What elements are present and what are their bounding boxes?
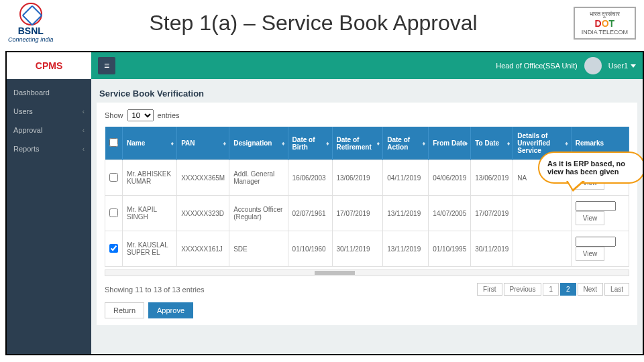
- service-book-table: ▲ Name♦ PAN♦ Designation♦ Date of Birth♦…: [105, 127, 629, 267]
- dot-bottom-text: INDIA TELECOM: [582, 29, 628, 36]
- cell-unverified: [513, 231, 571, 267]
- remarks-input[interactable]: [576, 237, 616, 247]
- col-name[interactable]: Name♦: [123, 127, 177, 160]
- topbar-right: Head of Office(SSA Unit) User1: [496, 57, 636, 74]
- cell-from: 01/10/1995: [429, 231, 471, 267]
- table-row: Mr. KAPIL SINGHXXXXXX323DAccounts Office…: [105, 196, 629, 231]
- sidebar-item-label: Dashboard: [13, 88, 50, 97]
- cell-pan: XXXXXX323D: [177, 196, 229, 231]
- sort-icon: ♦: [507, 140, 511, 147]
- show-prefix: Show: [105, 111, 123, 119]
- approve-button[interactable]: Approve: [148, 302, 193, 318]
- col-designation[interactable]: Designation♦: [229, 127, 288, 160]
- return-button[interactable]: Return: [105, 302, 144, 318]
- sidebar-item-dashboard[interactable]: Dashboard: [7, 83, 91, 102]
- chevron-left-icon: ‹: [83, 108, 85, 115]
- horizontal-scrollbar[interactable]: [105, 269, 629, 276]
- entries-control: Show 10 entries: [105, 109, 629, 121]
- panel-title: Service Book Verification: [97, 84, 637, 103]
- entries-select[interactable]: 10: [127, 109, 154, 121]
- dot-d: D: [595, 18, 602, 29]
- col-label: Name: [127, 139, 145, 147]
- sidebar: Dashboard Users ‹ Approval ‹ Reports ‹: [7, 79, 91, 354]
- hamburger-button[interactable]: ≡: [98, 57, 115, 74]
- sort-icon: ♦: [326, 140, 329, 147]
- view-button[interactable]: View: [576, 211, 605, 225]
- slide-header: BSNL Connecting India Step 1(a) – Servic…: [0, 0, 644, 46]
- scrollbar-thumb[interactable]: [315, 271, 355, 275]
- dot-big-text: DOT: [582, 18, 628, 29]
- col-from[interactable]: From Date♦: [429, 127, 471, 160]
- bsnl-logo: BSNL Connecting India: [8, 3, 54, 43]
- row-checkbox[interactable]: [109, 244, 118, 253]
- col-dor[interactable]: Date of Retirement♦: [332, 127, 383, 160]
- user-dropdown[interactable]: User1: [608, 62, 636, 70]
- app-brand: CPMS: [7, 52, 91, 79]
- pager-last[interactable]: Last: [604, 283, 629, 296]
- chevron-left-icon: ‹: [83, 127, 85, 134]
- col-pan[interactable]: PAN♦: [177, 127, 229, 160]
- cell-name: Mr. KAPIL SINGH: [123, 196, 177, 231]
- col-label: Remarks: [576, 139, 604, 147]
- cell-designation: Accounts Officer (Regular): [229, 196, 288, 231]
- slide-title: Step 1(a) – Service Book Approval: [150, 11, 478, 36]
- pager-next[interactable]: Next: [578, 283, 604, 296]
- pager-previous[interactable]: Previous: [504, 283, 542, 296]
- annotation-callout: As it is ERP based, no view has been giv…: [538, 152, 643, 184]
- chevron-down-icon: [631, 64, 636, 68]
- pager-first[interactable]: First: [477, 283, 502, 296]
- app-body: Dashboard Users ‹ Approval ‹ Reports ‹ S…: [7, 79, 643, 354]
- show-suffix: entries: [158, 111, 180, 119]
- app-topline: CPMS ≡ Head of Office(SSA Unit) User1: [7, 52, 643, 79]
- cell-designation: SDE: [229, 231, 288, 267]
- pager-1[interactable]: 1: [543, 283, 559, 296]
- sidebar-item-reports[interactable]: Reports ‹: [7, 139, 91, 158]
- user-label: User1: [608, 62, 628, 70]
- view-button[interactable]: View: [576, 247, 605, 261]
- callout-text: As it is ERP based, no view has been giv…: [547, 160, 625, 176]
- pager-2[interactable]: 2: [560, 283, 576, 296]
- cell-to: 13/06/2019: [471, 160, 513, 196]
- chevron-left-icon: ‹: [83, 145, 85, 153]
- dot-o: O: [602, 18, 609, 29]
- remarks-input[interactable]: [576, 201, 616, 211]
- bsnl-mark-icon: [19, 3, 42, 25]
- bsnl-tagline: Connecting India: [8, 36, 54, 43]
- dot-top-text: भारत दूरसंचार: [582, 11, 628, 18]
- dot-t: T: [609, 18, 615, 29]
- cell-dob: 02/07/1961: [288, 196, 332, 231]
- col-label: Designation: [233, 139, 272, 147]
- sidebar-item-users[interactable]: Users ‹: [7, 102, 91, 121]
- sort-icon: ♦: [377, 140, 380, 147]
- main-area: Service Book Verification Show 10 entrie…: [91, 79, 643, 354]
- app-topbar: ≡ Head of Office(SSA Unit) User1: [91, 52, 643, 79]
- sort-icon: ♦: [465, 140, 468, 147]
- cell-to: 30/11/2019: [471, 231, 513, 267]
- sort-icon: ♦: [171, 140, 174, 147]
- sidebar-item-approval[interactable]: Approval ‹: [7, 121, 91, 139]
- col-label: Date of Birth: [292, 136, 315, 151]
- col-to[interactable]: To Date♦: [471, 127, 513, 160]
- cell-designation: Addl. General Manager: [229, 160, 288, 196]
- sort-icon: ♦: [565, 140, 568, 147]
- sidebar-item-label: Users: [13, 107, 33, 115]
- panel-card: Show 10 entries ▲ Name♦ PAN♦ Designation…: [97, 103, 637, 325]
- cell-from: 14/07/2005: [429, 196, 471, 231]
- row-checkbox[interactable]: [109, 173, 118, 182]
- row-checkbox[interactable]: [109, 208, 118, 217]
- avatar-icon[interactable]: [584, 57, 602, 74]
- cell-pan: XXXXXX365M: [177, 160, 229, 196]
- cell-to: 17/07/2019: [471, 196, 513, 231]
- col-label: From Date: [433, 139, 466, 147]
- cell-name: Mr. ABHISKEK KUMAR: [123, 160, 177, 196]
- col-dob[interactable]: Date of Birth♦: [288, 127, 332, 160]
- col-checkbox[interactable]: ▲: [105, 127, 123, 160]
- cell-doa: 04/11/2019: [383, 160, 429, 196]
- sort-icon: ♦: [282, 140, 285, 147]
- sort-icon: ♦: [223, 140, 227, 147]
- cell-dor: 17/07/2019: [332, 196, 383, 231]
- cell-dob: 16/06/2003: [288, 160, 332, 196]
- col-label: Date of Retirement: [337, 136, 372, 151]
- cell-remarks: View: [571, 231, 629, 267]
- col-doa[interactable]: Date of Action♦: [383, 127, 429, 160]
